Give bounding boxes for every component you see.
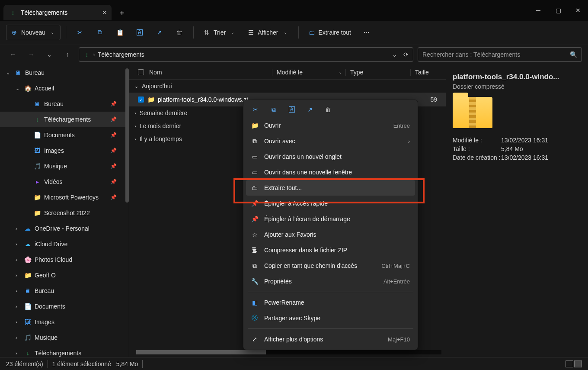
extract-all-button[interactable]: 🗀 Extraire tout (304, 25, 355, 40)
copy-button[interactable]: ⧉ (91, 25, 109, 40)
forward-button[interactable]: → (24, 48, 38, 61)
sidebar-item-label: Documents (44, 132, 75, 138)
ctx-extract-all[interactable]: 🗀Extraire tout... (246, 180, 415, 196)
sidebar-item-screenshot-2022[interactable]: 📁Screenshot 2022 (0, 205, 129, 221)
sidebar-item-images[interactable]: 🖼Images📌 (0, 143, 129, 158)
copy-icon[interactable]: ⧉ (269, 106, 278, 113)
group-today[interactable]: ⌄Aujourd'hui (129, 80, 446, 93)
sidebar-item-vidéos[interactable]: ▸Vidéos📌 (0, 174, 129, 190)
chevron-icon: ⌄ (6, 70, 11, 76)
sidebar-item-documents[interactable]: ›📄Documents (0, 299, 129, 314)
ctx-pin-start[interactable]: 📌Épingler à l'écran de démarrage (246, 211, 415, 227)
refresh-icon[interactable]: ⟳ (403, 51, 409, 58)
chevron-down-icon[interactable]: ⌄ (392, 51, 397, 58)
pin-icon: 📌 (110, 194, 117, 200)
close-window-button[interactable]: ✕ (568, 2, 588, 19)
sidebar-item-photos-icloud[interactable]: ›🌸Photos iCloud (0, 252, 129, 267)
folder-icon: 🖥 (34, 100, 41, 107)
ctx-new-tab[interactable]: ▭Ouvrir dans un nouvel onglet (246, 149, 415, 164)
toolbar: ⊕ Nouveau ⌄ ✂ ⧉ 📋 🄰 ↗ 🗑 ⇅ Trier ⌄ ☰ Affi… (0, 21, 588, 44)
ctx-powerrename[interactable]: ◧PowerRename (246, 295, 415, 310)
col-modified[interactable]: Modifié le (277, 69, 303, 76)
share-button[interactable]: ↗ (151, 25, 168, 40)
share-icon[interactable]: ↗ (306, 106, 314, 113)
paste-button[interactable]: 📋 (111, 25, 128, 40)
extract-icon: 🗀 (308, 29, 315, 36)
recent-button[interactable]: ⌄ (42, 48, 56, 61)
sidebar-item-musique[interactable]: 🎵Musique📌 (0, 158, 129, 174)
select-all-checkbox[interactable] (138, 69, 144, 75)
breadcrumb[interactable]: Téléchargements (98, 51, 144, 58)
col-type[interactable]: Type (350, 69, 363, 76)
delete-button[interactable]: 🗑 (171, 25, 188, 40)
chevron-down-icon: ⌄ (49, 29, 56, 36)
col-size[interactable]: Taille (415, 69, 429, 76)
details-title: platform-tools_r34.0.0-windo... (453, 73, 581, 81)
ctx-new-window[interactable]: ▭Ouvrir dans une nouvelle fenêtre (246, 164, 415, 180)
folder-icon: ↓ (24, 350, 31, 357)
ctx-properties[interactable]: 🔧PropriétésAlt+Entrée (246, 273, 415, 289)
sidebar-item-accueil[interactable]: ⌄🏠Accueil (0, 80, 129, 96)
skype-icon: Ⓢ (251, 315, 258, 322)
col-name[interactable]: Nom (149, 69, 162, 76)
ctx-pin-quick[interactable]: 📌Épingler à Accès rapide (246, 196, 415, 211)
cut-button[interactable]: ✂ (71, 25, 89, 40)
sidebar-item-microsoft-powertoys[interactable]: 📁Microsoft Powertoys📌 (0, 190, 129, 205)
sidebar-item-onedrive---personal[interactable]: ›☁OneDrive - Personal (0, 221, 129, 236)
pin-icon: 📌 (251, 216, 258, 222)
status-size: 5,84 Mo (116, 360, 138, 367)
ctx-open-with[interactable]: ⧉Ouvrir avec› (246, 133, 415, 149)
cut-icon[interactable]: ✂ (251, 106, 260, 113)
sidebar-item-bureau[interactable]: ›🖥Bureau (0, 283, 129, 299)
folder-icon: 🌸 (24, 256, 31, 263)
ctx-more-options[interactable]: ⤢Afficher plus d'optionsMaj+F10 (246, 331, 415, 347)
rename-icon[interactable]: 🄰 (288, 106, 296, 113)
ctx-copy-path[interactable]: ⧉Copier en tant que chemin d'accèsCtrl+M… (246, 258, 415, 273)
address-bar[interactable]: ↓ › Téléchargements ⌄ ⟳ (79, 47, 413, 62)
search-input[interactable]: Rechercher dans : Téléchargements 🔍 (418, 47, 582, 62)
maximize-button[interactable]: ▢ (548, 2, 568, 19)
sidebar-item-musique[interactable]: ›🎵Musique (0, 330, 129, 345)
sidebar-item-téléchargements[interactable]: ›↓Téléchargements (0, 345, 129, 357)
status-count: 23 élément(s) (6, 360, 43, 367)
up-button[interactable]: ↑ (61, 48, 74, 61)
new-button[interactable]: ⊕ Nouveau ⌄ (6, 25, 61, 40)
horizontal-scrollbar[interactable] (136, 350, 441, 354)
rename-button[interactable]: 🄰 (131, 25, 148, 40)
ctx-add-fav[interactable]: ☆Ajouter aux Favoris (246, 227, 415, 242)
sidebar-item-documents[interactable]: 📄Documents📌 (0, 127, 129, 143)
sidebar-item-téléchargements[interactable]: ↓Téléchargements📌 (0, 112, 129, 127)
created-value: 13/02/2023 16:31 (501, 154, 548, 161)
file-checkbox[interactable]: ✓ (138, 97, 144, 103)
back-button[interactable]: ← (6, 48, 20, 61)
view-button[interactable]: ☰ Afficher ⌄ (243, 25, 293, 40)
sidebar-scrollbar[interactable] (125, 68, 129, 203)
sidebar-item-icloud-drive[interactable]: ›☁iCloud Drive (0, 236, 129, 252)
details-view-button[interactable] (574, 360, 582, 367)
folder-icon: 📁 (251, 122, 258, 129)
sidebar: ⌄🖥Bureau⌄🏠Accueil🖥Bureau📌↓Téléchargement… (0, 65, 129, 357)
ctx-open[interactable]: 📁OuvrirEntrée (246, 118, 415, 133)
more-button[interactable]: ⋯ (358, 25, 375, 40)
ctx-skype[interactable]: ⓈPartager avec Skype (246, 310, 415, 326)
sidebar-item-label: iCloud Drive (35, 241, 67, 248)
sort-button[interactable]: ⇅ Trier ⌄ (199, 25, 240, 40)
close-tab-icon[interactable]: ✕ (102, 9, 107, 16)
sidebar-item-label: OneDrive - Personal (35, 225, 89, 232)
sidebar-item-bureau[interactable]: ⌄🖥Bureau (0, 65, 129, 80)
tab-downloads[interactable]: ↓ Téléchargements ✕ (3, 5, 112, 20)
view-icon: ☰ (247, 29, 254, 36)
trash-icon[interactable]: 🗑 (324, 106, 332, 113)
thumbnails-view-button[interactable] (566, 360, 573, 367)
ctx-compress[interactable]: 🗜Compresser dans le fichier ZIP (246, 242, 415, 258)
rename-icon: 🄰 (136, 29, 143, 36)
sidebar-item-images[interactable]: ›🖼Images (0, 314, 129, 330)
sidebar-item-geoff-o[interactable]: ›📁Geoff O (0, 267, 129, 283)
minimize-button[interactable]: ─ (528, 2, 548, 19)
sidebar-item-bureau[interactable]: 🖥Bureau📌 (0, 96, 129, 112)
sidebar-item-label: Screenshot 2022 (44, 209, 90, 216)
chevron-icon: › (16, 273, 21, 278)
sidebar-item-label: Bureau (44, 100, 64, 107)
sidebar-item-label: Microsoft Powertoys (44, 194, 99, 201)
new-tab-button[interactable]: ＋ (114, 5, 130, 20)
